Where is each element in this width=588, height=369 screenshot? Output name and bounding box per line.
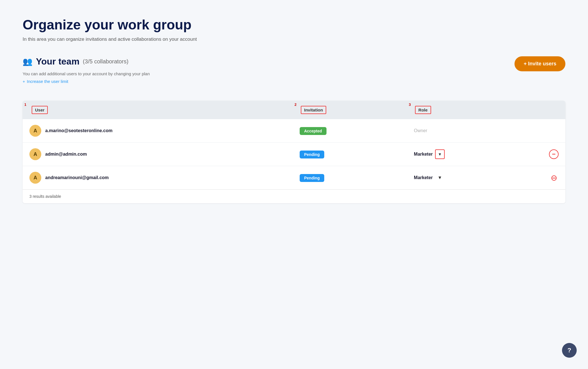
user-cell-2: A admin@admin.com <box>23 143 293 166</box>
help-button[interactable]: ? <box>562 343 577 358</box>
invitation-badge-3: Pending <box>300 174 324 182</box>
role-dropdown-button-2[interactable]: ▼ <box>435 149 445 159</box>
users-table: 1 User 2 Invitation 3 Role A <box>23 101 565 203</box>
col-number-1: 1 <box>24 102 26 107</box>
user-cell-1: A a.marino@seotesteronline.com <box>23 119 293 143</box>
table-header-row: 1 User 2 Invitation 3 Role <box>23 101 565 119</box>
plus-icon: + <box>23 79 25 84</box>
col-action-header <box>542 101 565 119</box>
invitation-badge-1: Accepted <box>300 127 327 135</box>
invitation-cell-2: Pending <box>293 143 407 166</box>
action-cell-3: ⊖ <box>542 166 565 190</box>
user-col-label: User <box>32 106 48 114</box>
role-cell-3: Marketer ▼ <box>407 166 542 190</box>
role-label-3: Marketer <box>414 175 433 180</box>
role-cell-1: Owner <box>407 119 542 143</box>
page-subtitle: In this area you can organize invitation… <box>23 37 565 42</box>
plan-note: You can add additional users to your acc… <box>23 71 514 76</box>
invitation-cell-1: Accepted <box>293 119 407 143</box>
avatar-3: A <box>29 172 41 184</box>
section-header: 👥 Your team (3/5 collaborators) <box>23 56 514 67</box>
col-user-header: 1 User <box>23 101 293 119</box>
collaborators-count: (3/5 collaborators) <box>83 58 128 65</box>
action-cell-1 <box>542 119 565 143</box>
minus-icon: − <box>552 151 556 158</box>
invitation-col-label: Invitation <box>301 106 327 114</box>
email-1: a.marino@seotesteronline.com <box>45 128 113 133</box>
increase-limit-link[interactable]: + Increase the user limit <box>23 79 68 84</box>
results-text: 3 results available <box>23 190 565 203</box>
remove-user-button-3[interactable]: ⊖ <box>549 173 559 183</box>
col-role-header: 3 Role <box>407 101 542 119</box>
col-invitation-header: 2 Invitation <box>293 101 407 119</box>
col-number-3: 3 <box>409 102 411 107</box>
email-2: admin@admin.com <box>45 152 87 157</box>
team-section: 👥 Your team (3/5 collaborators) You can … <box>23 56 565 92</box>
results-row: 3 results available <box>23 190 565 203</box>
user-cell-3: A andreamarinouni@gmail.com <box>23 166 293 190</box>
invitation-badge-2: Pending <box>300 151 324 158</box>
role-label-1: Owner <box>414 128 427 133</box>
role-label-2: Marketer <box>414 152 433 157</box>
invitation-cell-3: Pending <box>293 166 407 190</box>
email-3: andreamarinouni@gmail.com <box>45 175 109 180</box>
team-icon: 👥 <box>23 57 33 66</box>
remove-user-button-2[interactable]: − <box>549 149 559 159</box>
increase-limit-label: Increase the user limit <box>27 79 68 84</box>
role-col-label: Role <box>415 106 431 114</box>
col-number-2: 2 <box>295 102 297 107</box>
avatar-1: A <box>29 125 41 137</box>
role-cell-2: Marketer ▼ <box>407 143 542 166</box>
table-row: A admin@admin.com Pending Marketer ▼ <box>23 143 565 166</box>
table-row: A a.marino@seotesteronline.com Accepted … <box>23 119 565 143</box>
action-cell-2: − <box>542 143 565 166</box>
users-table-container: 1 User 2 Invitation 3 Role A <box>23 101 565 203</box>
role-dropdown-button-3[interactable]: ▼ <box>435 173 445 183</box>
section-left: 👥 Your team (3/5 collaborators) You can … <box>23 56 514 92</box>
invite-users-button[interactable]: + Invite users <box>514 56 565 71</box>
chevron-down-icon: ▼ <box>438 175 442 180</box>
avatar-2: A <box>29 148 41 160</box>
page-title: Organize your work group <box>23 17 565 33</box>
minus-circle-icon: ⊖ <box>551 173 557 183</box>
table-row: A andreamarinouni@gmail.com Pending Mark… <box>23 166 565 190</box>
section-title: Your team <box>36 56 79 67</box>
chevron-down-icon: ▼ <box>438 152 442 156</box>
